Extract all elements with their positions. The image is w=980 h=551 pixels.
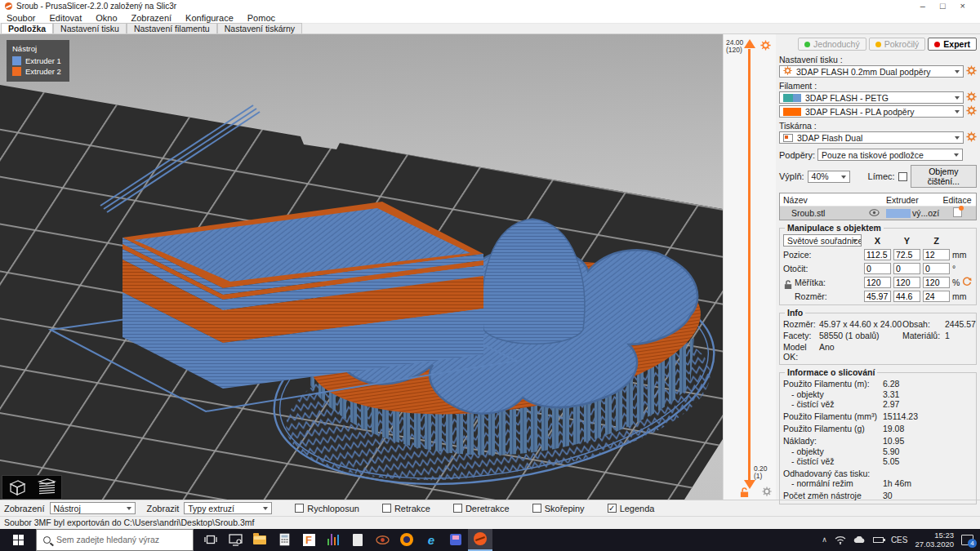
onedrive-cloud-icon[interactable] bbox=[853, 536, 866, 544]
scale-z-field[interactable] bbox=[923, 277, 950, 288]
filament2-select[interactable]: 3DAP FLASH - PLA podpěry bbox=[779, 105, 964, 118]
menu-soubor[interactable]: Soubor bbox=[7, 13, 35, 23]
deretractions-checkbox[interactable] bbox=[453, 504, 462, 513]
prusaslicer-taskbar-button[interactable] bbox=[468, 529, 492, 551]
size-x-field[interactable] bbox=[864, 291, 891, 302]
language-indicator[interactable]: CES bbox=[891, 535, 908, 544]
print-settings-select[interactable]: 3DAP FLASH 0.2mm Dual podpěry bbox=[779, 65, 964, 78]
tab-nastaveni-tisku[interactable]: Nastavení tisku bbox=[53, 23, 127, 33]
taskbar-clock[interactable]: 15:23 27.03.2020 bbox=[915, 531, 954, 549]
legend-checkbox[interactable]: ✓ bbox=[608, 504, 617, 513]
firefox-button[interactable] bbox=[394, 529, 419, 551]
menu-zobrazeni[interactable]: Zobrazení bbox=[131, 13, 172, 23]
rotate-y-field[interactable] bbox=[893, 263, 920, 274]
printer-edit-icon[interactable] bbox=[966, 131, 977, 144]
rotate-z-field[interactable] bbox=[923, 263, 950, 274]
retractions-checkbox-row[interactable]: Retrakce bbox=[382, 504, 430, 513]
menu-konfigurace[interactable]: Konfigurace bbox=[185, 13, 234, 23]
position-y-field[interactable] bbox=[893, 249, 920, 260]
object-extruder-swatch bbox=[886, 209, 911, 218]
show-select[interactable]: Typy extruzí bbox=[184, 502, 272, 514]
tab-podlozka[interactable]: Podložka bbox=[1, 23, 53, 33]
position-z-field[interactable] bbox=[923, 249, 950, 260]
tab-nastaveni-tiskarny[interactable]: Nastavení tiskárny bbox=[217, 23, 302, 33]
eye-app-button[interactable] bbox=[370, 529, 394, 551]
minimize-button[interactable]: – bbox=[920, 1, 925, 11]
rotate-x-field[interactable] bbox=[864, 263, 891, 274]
slider-upper-handle[interactable] bbox=[744, 39, 755, 48]
shells-checkbox[interactable] bbox=[532, 504, 541, 513]
retractions-checkbox[interactable] bbox=[382, 504, 391, 513]
slider-track[interactable] bbox=[748, 49, 751, 480]
menu-editovat[interactable]: Editovat bbox=[49, 13, 82, 23]
print-settings-edit-icon[interactable] bbox=[966, 65, 977, 78]
slider-options-icon[interactable] bbox=[762, 487, 772, 498]
coordinate-system-select[interactable]: Světové souřadnice bbox=[783, 234, 862, 247]
filament1-select[interactable]: 3DAP FLASH - PETG bbox=[779, 91, 964, 104]
shells-checkbox-row[interactable]: Skořepiny bbox=[532, 504, 585, 513]
position-x-field[interactable] bbox=[864, 249, 891, 260]
size-z-field[interactable] bbox=[923, 291, 950, 302]
system-tray: ∧ CES 15:23 27.03.2020 4 bbox=[822, 529, 980, 551]
file-explorer-button[interactable] bbox=[247, 529, 272, 551]
travel-checkbox-row[interactable]: Rychloposun bbox=[295, 504, 359, 513]
cost-wipetower-value: 5.05 bbox=[883, 456, 899, 466]
object-row-sroub[interactable]: Sroub.stl vý...ozí bbox=[780, 207, 976, 220]
deretractions-checkbox-row[interactable]: Deretrakce bbox=[453, 504, 510, 513]
internet-explorer-icon: e bbox=[428, 533, 434, 547]
wifi-icon[interactable] bbox=[835, 535, 846, 544]
f-app-button[interactable]: F bbox=[296, 529, 321, 551]
filament2-edit-icon[interactable] bbox=[966, 105, 977, 118]
filament1-edit-icon[interactable] bbox=[966, 91, 977, 104]
reset-scale-icon[interactable] bbox=[962, 277, 972, 288]
mode-expert[interactable]: Expert bbox=[928, 38, 977, 51]
object-extruder-value: vý...ozí bbox=[912, 208, 939, 218]
close-button[interactable]: × bbox=[960, 1, 965, 11]
view-select[interactable]: Nástroj bbox=[50, 502, 136, 514]
object-list-header: Název Extruder Editace bbox=[780, 193, 976, 207]
info-modelok-label: Model OK: bbox=[783, 342, 819, 362]
menu-pomoc[interactable]: Pomoc bbox=[247, 13, 275, 23]
internet-explorer-button[interactable]: e bbox=[419, 529, 443, 551]
maximize-button[interactable]: □ bbox=[940, 1, 946, 11]
printer-select[interactable]: 3DAP Flash Dual bbox=[779, 131, 964, 144]
display-app-button[interactable] bbox=[223, 529, 247, 551]
preview-view-button[interactable] bbox=[32, 476, 61, 499]
uniform-scale-lock-icon[interactable] bbox=[784, 280, 792, 291]
menu-okno[interactable]: Okno bbox=[96, 13, 117, 23]
object-edit-icon[interactable] bbox=[953, 207, 962, 217]
slider-settings-icon[interactable] bbox=[760, 40, 771, 52]
supports-select[interactable]: Pouze na tiskové podložce bbox=[817, 149, 963, 161]
editor-view-button[interactable] bbox=[2, 476, 32, 499]
calculator-button[interactable] bbox=[272, 529, 296, 551]
battery-icon[interactable] bbox=[873, 537, 884, 543]
notes-app-button[interactable] bbox=[345, 529, 370, 551]
printer-value: 3DAP Flash Dual bbox=[797, 133, 862, 143]
size-y-field[interactable] bbox=[893, 291, 920, 302]
infill-select[interactable]: 40% bbox=[808, 171, 850, 183]
notification-center-icon[interactable]: 4 bbox=[961, 535, 973, 545]
audio-app-button[interactable] bbox=[321, 529, 345, 551]
visibility-eye-icon[interactable] bbox=[865, 208, 883, 218]
travel-checkbox[interactable] bbox=[295, 504, 304, 513]
mode-advanced[interactable]: Pokročilý bbox=[869, 38, 926, 51]
scene-canvas[interactable] bbox=[0, 34, 723, 500]
tray-expand-icon[interactable]: ∧ bbox=[822, 535, 827, 544]
task-view-button[interactable] bbox=[198, 529, 223, 551]
view-label: Zobrazení bbox=[4, 504, 45, 513]
mode-simple[interactable]: Jednoduchý bbox=[798, 38, 866, 51]
purge-volumes-button[interactable]: Objemy čištění... bbox=[911, 165, 977, 188]
viewport-3d[interactable]: Nástroj Extruder 1 Extruder 2 bbox=[0, 34, 723, 500]
tab-nastaveni-filamentu[interactable]: Nastavení filamentu bbox=[127, 23, 217, 33]
size-label: Rozměr: bbox=[783, 291, 862, 301]
legend-checkbox-row[interactable]: ✓ Legenda bbox=[608, 504, 655, 513]
save-app-button[interactable] bbox=[443, 529, 468, 551]
brim-checkbox[interactable] bbox=[898, 172, 907, 181]
slider-lock-icon[interactable] bbox=[740, 487, 749, 500]
scale-x-field[interactable] bbox=[864, 277, 891, 288]
taskbar-search[interactable]: Sem zadejte hledaný výraz bbox=[36, 529, 194, 551]
expert-mode-dot bbox=[934, 42, 940, 47]
start-button[interactable] bbox=[0, 529, 36, 551]
scale-y-field[interactable] bbox=[893, 277, 920, 288]
eye-app-icon bbox=[376, 535, 390, 544]
